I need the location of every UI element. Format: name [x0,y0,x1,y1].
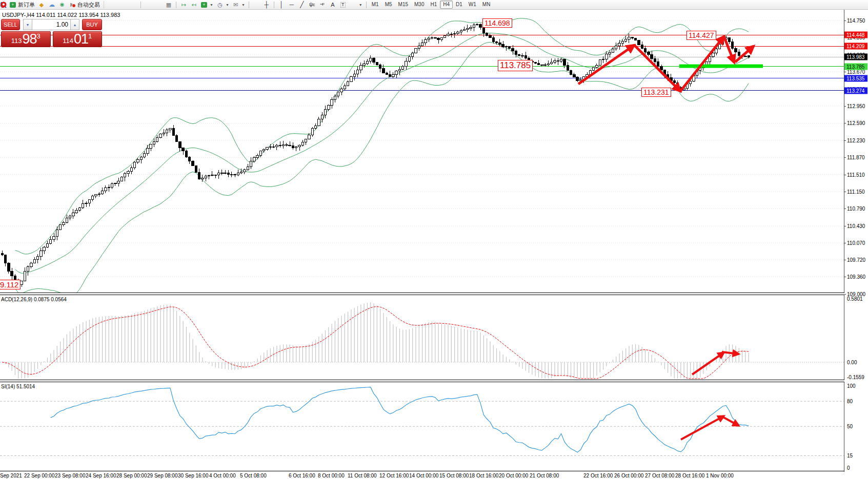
buy-button[interactable]: BUY [82,19,102,30]
time-axis-label: 30 Sep 16:00 [178,473,209,478]
bar-chart-button[interactable] [108,1,118,9]
bull-candle [544,65,546,66]
rsi-axis-label: 50 [847,424,853,429]
auto-trading-button[interactable]: ▶自动交易 [67,1,102,9]
equidistant-channel-button[interactable]: ψE [307,1,317,9]
search-button[interactable] [785,1,795,9]
trend-arrow [634,45,680,91]
bull-candle [628,37,630,39]
bear-candle [495,42,497,43]
bull-candle [602,59,604,60]
bear-candle [728,37,730,41]
candlestick-chart-button[interactable] [118,1,128,9]
timeframe-button-d1[interactable]: D1 [453,1,466,9]
time-axis-label: 18 Oct 16:00 [469,473,498,478]
bull-candle [24,272,26,281]
bull-candle [318,119,320,126]
auto-scroll-button[interactable]: ↦ [178,1,189,9]
timeframe-button-h4[interactable]: H4 [440,1,453,9]
text-button[interactable]: A [328,1,338,9]
price-axis[interactable]: 114.750114.390114.030113.670113.310112.9… [844,10,868,472]
time-axis-label: 20 Oct 00:00 [499,473,528,478]
zoom-out-button[interactable]: − [153,1,164,9]
strategy-tester-button[interactable]: ◉ [57,1,67,9]
bull-candle [298,145,300,147]
trendline-button[interactable]: ╱ [297,1,307,9]
timeframe-button-m5[interactable]: M5 [382,1,395,9]
volume-decrease-button[interactable]: ▼ [23,19,32,30]
rsi-panel[interactable] [0,382,844,471]
templates-button[interactable]: ✉▼ [231,1,247,9]
bear-candle [292,145,294,148]
bull-candle [85,203,87,204]
main-chart[interactable] [0,10,844,293]
line-chart-button[interactable] [128,1,138,9]
main-macd-separator[interactable] [0,293,868,295]
periods-button[interactable]: ◷▼ [215,1,231,9]
axis-tick [844,226,846,226]
label-button[interactable]: T [338,1,348,9]
bull-candle [356,70,358,74]
macd-rsi-separator[interactable] [0,380,868,382]
data-window-button[interactable]: ☁ [47,1,57,9]
bull-candle [163,133,165,134]
bull-candle [690,81,692,84]
time-axis-label: 4 Oct 00:00 [209,473,236,478]
market-watch-button[interactable]: ◆ [36,1,47,9]
horizontal-line-button[interactable]: ─ [287,1,297,9]
chevron-down-icon: ▼ [210,3,213,7]
arrows-button[interactable]: ▼ [348,1,364,9]
bull-candle [718,45,720,49]
bear-candle [227,173,229,175]
price-axis-label: 109.360 [847,274,865,280]
fibonacci-button[interactable]: ┅F [317,1,328,9]
buy-price[interactable]: 114 01 1 [53,31,103,47]
timeframe-button-mn[interactable]: MN [479,1,494,9]
periods-icon: ◷ [216,2,224,8]
bull-candle [398,70,400,71]
timeframe-button-m1[interactable]: M1 [369,1,382,9]
vertical-line-icon: │ [278,2,285,8]
bull-candle [250,161,252,167]
tile-windows-button[interactable]: ▦ [164,1,174,9]
rsi-arrow [723,417,739,426]
crosshair-button[interactable]: ┼ [261,1,272,9]
bull-candle [127,171,129,173]
bull-candle [353,74,355,76]
rsi-axis-label: 80 [847,399,853,404]
chart-shift-button[interactable]: ↤ [189,1,199,9]
bear-candle [634,38,636,40]
time-axis-label: 11 Oct 08:00 [348,473,377,478]
bear-candle [4,255,6,263]
zoom-in-button[interactable]: + [143,1,153,9]
bull-candle [208,176,210,176]
cursor-button[interactable] [251,1,261,9]
bear-candle [521,55,523,56]
time-axis-label: 22 Oct 16:00 [583,473,613,478]
indicators-button[interactable]: +▼ [199,1,215,9]
timeframe-button-m15[interactable]: M15 [395,1,411,9]
notification-button[interactable] [800,1,811,9]
bull-candle [360,66,362,70]
bear-candle [450,34,452,35]
vertical-line-button[interactable]: │ [276,1,287,9]
sell-price[interactable]: 113 98 3 [1,31,51,47]
bull-candle [150,144,152,148]
bull-candle [27,267,29,272]
time-axis-label: 22 Sep 00:00 [24,473,55,478]
time-axis[interactable]: Sep 202122 Sep 00:0023 Sep 08:0024 Sep 1… [0,472,868,479]
new-order-button[interactable]: +新订单 [8,1,36,9]
volume-input[interactable] [32,19,70,30]
macd-panel[interactable] [0,295,844,380]
bull-candle [108,188,110,188]
bear-candle [657,62,659,67]
chart-shift-icon: ↤ [190,2,197,8]
timeframe-button-m30[interactable]: M30 [411,1,427,9]
bear-candle [744,56,746,56]
volume-increase-button[interactable]: ▲ [70,19,79,30]
bull-candle [266,148,268,150]
timeframe-button-h1[interactable]: H1 [427,1,440,9]
sell-button[interactable]: SELL [1,19,20,30]
bull-candle [53,237,55,240]
timeframe-button-w1[interactable]: W1 [466,1,479,9]
